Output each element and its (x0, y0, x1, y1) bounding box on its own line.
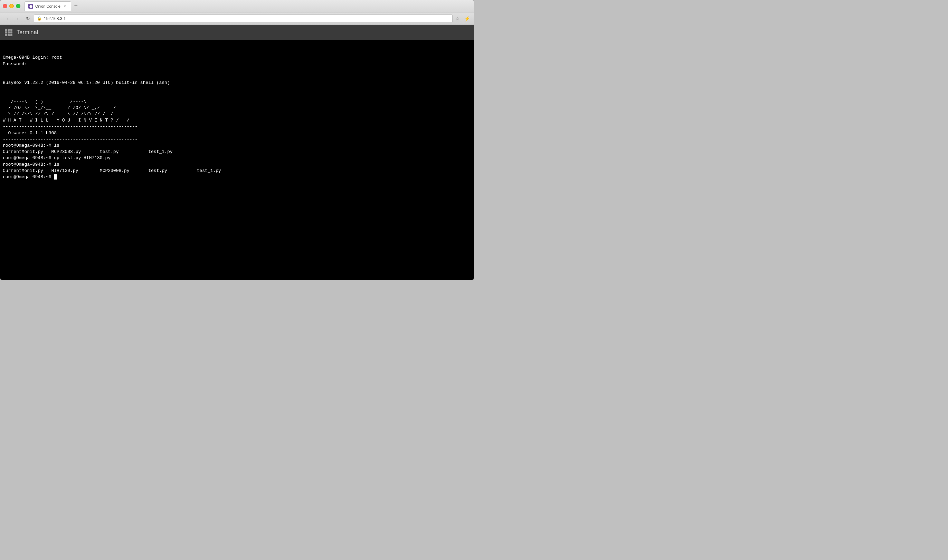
app-toolbar: Terminal (0, 25, 474, 40)
back-button[interactable]: ‹ (3, 14, 12, 23)
url-bar[interactable]: 🔒 192.168.3.1 (34, 14, 453, 23)
bookmark-icon[interactable]: ☆ (454, 16, 461, 22)
address-bar: ‹ › ↻ 🔒 192.168.3.1 ☆ ⚡ (0, 12, 474, 25)
title-bar: Onion Console × + (0, 0, 474, 12)
minimize-button[interactable] (9, 4, 14, 8)
lock-icon: 🔒 (37, 16, 42, 21)
apps-grid-icon[interactable] (5, 29, 12, 36)
tab-title: Onion Console (35, 4, 60, 8)
active-tab[interactable]: Onion Console × (25, 2, 71, 11)
terminal-area[interactable]: Omega-094B login: root Password: BusyBox… (0, 40, 474, 280)
extensions-icon[interactable]: ⚡ (462, 16, 471, 22)
traffic-lights (3, 4, 20, 8)
browser-window: Onion Console × + ‹ › ↻ 🔒 192.168.3.1 ☆ … (0, 0, 474, 280)
url-text: 192.168.3.1 (44, 16, 66, 21)
tab-bar: Onion Console × + (25, 2, 471, 11)
new-tab-button[interactable]: + (71, 2, 81, 11)
terminal-output: Omega-094B login: root Password: BusyBox… (3, 55, 471, 180)
maximize-button[interactable] (16, 4, 20, 8)
tab-close-button[interactable]: × (63, 4, 67, 9)
tab-favicon-icon (28, 4, 33, 9)
app-title: Terminal (17, 29, 39, 35)
refresh-button[interactable]: ↻ (23, 14, 32, 23)
close-button[interactable] (3, 4, 7, 8)
forward-button[interactable]: › (13, 14, 22, 23)
